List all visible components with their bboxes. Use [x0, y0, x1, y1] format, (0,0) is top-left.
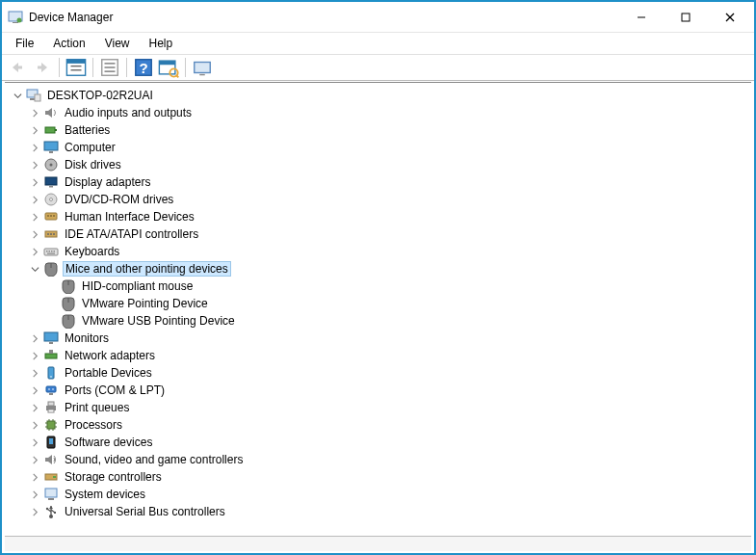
category-node[interactable]: Sound, video and game controllers	[9, 451, 751, 468]
chevron-right-icon[interactable]	[28, 488, 41, 501]
chevron-right-icon[interactable]	[28, 106, 41, 119]
chevron-right-icon[interactable]	[28, 470, 41, 484]
chevron-right-icon[interactable]	[28, 175, 41, 189]
chevron-down-icon[interactable]	[28, 262, 41, 276]
maximize-button[interactable]	[664, 3, 708, 32]
category-label: Disk drives	[63, 158, 123, 172]
separator	[92, 58, 93, 77]
chevron-right-icon[interactable]	[28, 366, 41, 380]
chevron-right-icon[interactable]	[28, 436, 41, 449]
category-node[interactable]: Display adapters	[9, 173, 751, 191]
chevron-right-icon[interactable]	[28, 141, 41, 154]
svg-rect-56	[44, 332, 58, 341]
chevron-right-icon[interactable]	[28, 193, 41, 206]
chevron-right-icon[interactable]	[28, 418, 41, 432]
chevron-right-icon[interactable]	[28, 349, 41, 362]
category-node[interactable]: Monitors	[9, 330, 751, 347]
chevron-right-icon[interactable]	[28, 245, 41, 258]
category-label: Portable Devices	[63, 366, 154, 380]
menu-help[interactable]: Help	[142, 35, 181, 52]
chevron-right-icon[interactable]	[28, 123, 41, 137]
chevron-right-icon[interactable]	[28, 331, 41, 345]
svg-line-22	[176, 75, 178, 77]
device-node[interactable]: HID-compliant mouse	[9, 278, 751, 295]
category-node[interactable]: Processors	[9, 416, 751, 434]
svg-rect-27	[35, 94, 40, 101]
svg-rect-26	[30, 98, 35, 100]
category-node[interactable]: Mice and other pointing devices	[9, 260, 751, 278]
no-chevron	[45, 279, 59, 293]
network-icon	[43, 348, 59, 363]
device-node[interactable]: VMware Pointing Device	[9, 295, 751, 312]
category-node[interactable]: Disk drives	[9, 156, 751, 173]
svg-rect-49	[51, 251, 53, 252]
menu-action[interactable]: Action	[45, 35, 92, 52]
svg-point-33	[50, 164, 53, 167]
svg-rect-29	[55, 129, 57, 131]
category-label: Display adapters	[63, 175, 152, 189]
category-node[interactable]: Storage controllers	[9, 468, 751, 486]
chevron-down-icon[interactable]	[11, 89, 24, 102]
chevron-right-icon[interactable]	[28, 210, 41, 224]
monitor-icon	[43, 140, 59, 155]
help-button[interactable]: ?	[132, 56, 155, 79]
device-node[interactable]: VMware USB Pointing Device	[9, 312, 751, 330]
device-tree[interactable]: DESKTOP-02R2UAI Audio inputs and outputs…	[5, 82, 751, 534]
category-node[interactable]: Keyboards	[9, 243, 751, 260]
svg-point-2	[17, 17, 22, 22]
svg-rect-31	[49, 151, 53, 153]
chevron-right-icon[interactable]	[28, 383, 41, 397]
menu-file[interactable]: File	[8, 35, 41, 52]
category-node[interactable]: Batteries	[9, 121, 751, 139]
category-node[interactable]: Portable Devices	[9, 364, 751, 382]
category-node[interactable]: IDE ATA/ATAPI controllers	[9, 225, 751, 243]
category-label: Computer	[63, 141, 117, 154]
category-label: Mice and other pointing devices	[63, 261, 231, 277]
svg-rect-30	[44, 142, 58, 150]
optical-icon	[43, 192, 59, 207]
category-node[interactable]: DVD/CD-ROM drives	[9, 191, 751, 208]
chevron-right-icon[interactable]	[28, 505, 41, 518]
mouse-icon	[61, 296, 76, 311]
category-label: Batteries	[63, 123, 112, 137]
svg-point-44	[50, 233, 52, 235]
category-node[interactable]: Network adapters	[9, 347, 751, 364]
chevron-right-icon[interactable]	[28, 453, 41, 466]
disk-icon	[43, 157, 59, 172]
category-node[interactable]: Universal Serial Bus controllers	[9, 503, 751, 520]
minimize-button[interactable]	[619, 3, 664, 32]
svg-rect-4	[682, 13, 690, 21]
mouse-icon	[61, 278, 76, 294]
chevron-right-icon[interactable]	[28, 401, 41, 414]
chevron-right-icon[interactable]	[28, 227, 41, 241]
close-button[interactable]	[708, 3, 752, 32]
chevron-right-icon[interactable]	[28, 158, 41, 172]
printer-icon	[43, 400, 59, 415]
category-label: Print queues	[63, 401, 131, 414]
category-node[interactable]: System devices	[9, 486, 751, 503]
svg-rect-7	[18, 66, 22, 69]
category-node[interactable]: Print queues	[9, 399, 751, 416]
properties-button[interactable]	[98, 56, 121, 79]
display-icon	[43, 174, 59, 190]
device-label: VMware USB Pointing Device	[80, 314, 237, 328]
category-node[interactable]: Software devices	[9, 434, 751, 451]
category-label: Audio inputs and outputs	[63, 106, 194, 119]
add-legacy-hardware-button[interactable]	[191, 56, 214, 79]
mouse-icon	[61, 313, 76, 329]
svg-rect-1	[13, 22, 18, 23]
root-node[interactable]: DESKTOP-02R2UAI	[9, 87, 751, 104]
category-node[interactable]: Human Interface Devices	[9, 208, 751, 225]
no-chevron	[45, 314, 59, 328]
battery-icon	[43, 122, 59, 138]
scan-hardware-button[interactable]	[157, 56, 180, 79]
app-icon	[8, 10, 23, 25]
device-label: VMware Pointing Device	[80, 297, 210, 310]
show-hide-tree-button[interactable]	[65, 56, 88, 79]
menu-view[interactable]: View	[97, 35, 138, 52]
category-node[interactable]: Computer	[9, 139, 751, 156]
category-node[interactable]: Audio inputs and outputs	[9, 104, 751, 121]
port-icon	[43, 383, 59, 398]
svg-point-45	[53, 233, 55, 235]
category-node[interactable]: Ports (COM & LPT)	[9, 382, 751, 399]
